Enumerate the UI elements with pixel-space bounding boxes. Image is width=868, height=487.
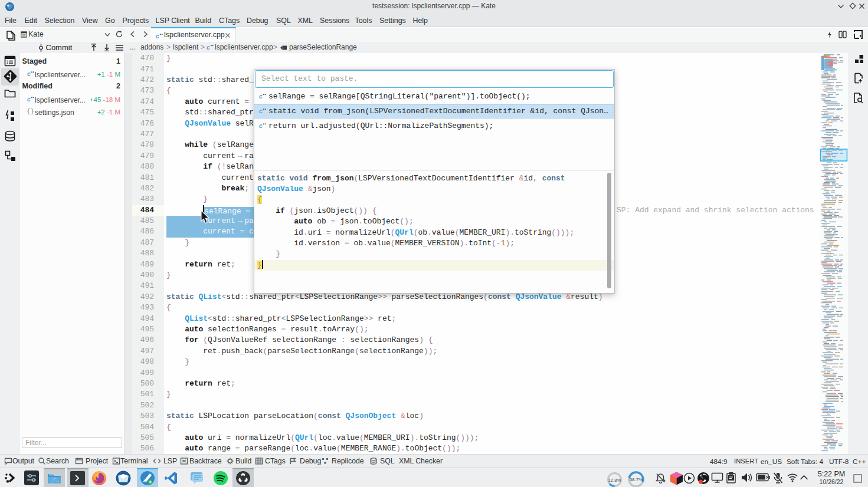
svg-text:58.7%: 58.7% — [630, 477, 643, 482]
svg-text:c: c — [27, 96, 31, 103]
svg-text:c: c — [259, 93, 263, 100]
svg-text:c: c — [259, 108, 263, 114]
svg-text:c: c — [27, 71, 31, 77]
svg-text:c: c — [259, 123, 263, 129]
svg-text:c: c — [156, 33, 159, 40]
svg-text:12.8%: 12.8% — [608, 478, 621, 483]
